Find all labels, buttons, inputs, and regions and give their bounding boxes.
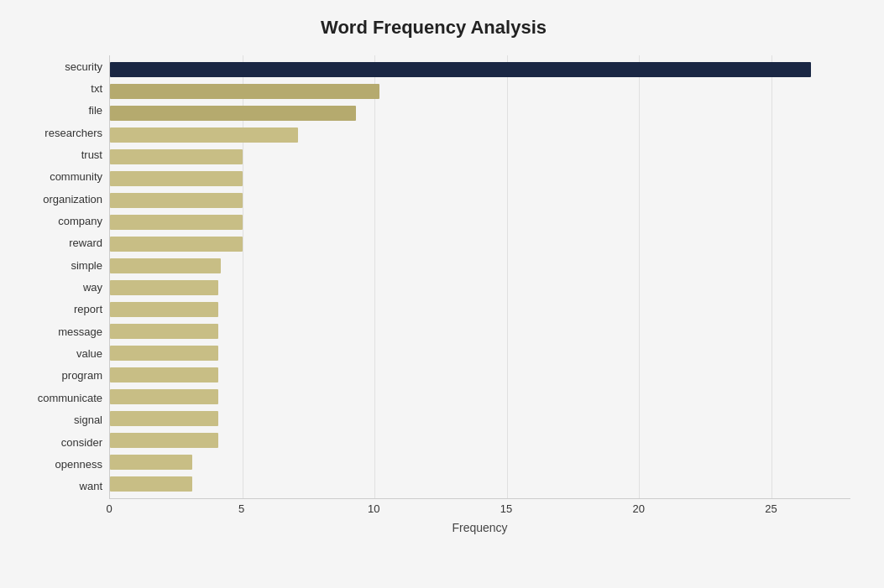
bar [110,367,218,382]
y-label: value [76,348,102,359]
y-label: openness [55,459,102,470]
bar-row [110,342,850,364]
y-label: signal [74,414,102,425]
bar-row [110,386,850,408]
bar-row [110,320,850,342]
bar [110,280,218,295]
y-label: simple [71,260,102,271]
y-label: want [80,481,102,492]
bar [110,149,243,164]
y-label: communicate [38,393,102,403]
x-tick-label: 10 [368,502,379,515]
bar-row [110,124,850,146]
bar-row [110,277,850,299]
bar [110,237,243,252]
bar [110,476,192,492]
x-tick-label: 15 [500,502,512,515]
y-label: company [58,216,102,226]
bar-row [110,364,850,386]
bar-row [110,429,850,451]
bar [110,411,218,426]
bar-row [110,255,850,277]
x-tick-label: 5 [238,502,244,515]
y-label: researchers [44,127,102,138]
bar-row [110,102,850,124]
bar-row [110,473,850,495]
bar [110,258,221,273]
chart-container: Word Frequency Analysis securitytxtfiler… [0,0,884,588]
x-axis-title: Frequency [109,521,850,534]
bar [110,455,192,470]
bar [110,193,243,208]
bar [110,171,243,186]
bar [110,127,298,143]
chart-title: Word Frequency Analysis [17,17,850,39]
y-label: community [50,171,102,182]
bar-row [110,233,850,255]
y-axis-labels: securitytxtfileresearcherstrustcommunity… [17,55,109,499]
bar-row [110,190,850,211]
y-label: program [62,370,102,381]
bar [110,215,243,230]
y-label: consider [61,437,102,448]
y-label: way [83,282,102,293]
bar-row [110,81,850,102]
bar [110,62,811,77]
bar [110,346,218,361]
y-label: security [65,61,102,72]
bars-section [109,55,850,499]
x-tick-label: 25 [765,502,777,515]
bar [110,389,218,404]
bar [110,106,356,121]
bar-row [110,299,850,320]
y-label: file [88,105,102,116]
bar-row [110,451,850,473]
bar-row [110,211,850,233]
bar [110,302,218,317]
bar-row [110,168,850,190]
x-tick-label: 0 [106,502,112,515]
bar [110,433,218,448]
y-label: report [74,304,102,315]
bar-row [110,408,850,429]
y-label: trust [81,149,102,160]
y-label: reward [69,237,102,248]
y-label: organization [43,194,102,205]
x-tick-label: 20 [632,502,644,515]
bar [110,84,379,99]
y-label: txt [91,83,102,94]
bar-row [110,146,850,168]
y-label: message [58,326,102,337]
bar-row [110,59,850,81]
bar [110,324,218,339]
